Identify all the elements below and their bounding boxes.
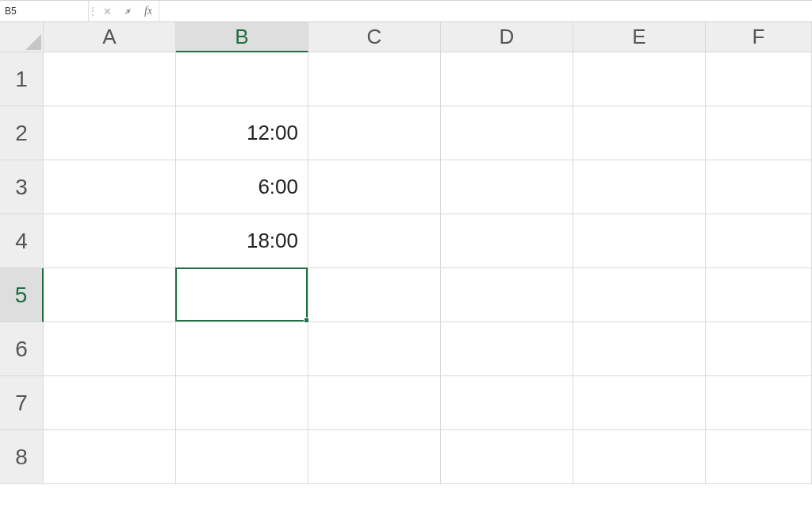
row-header-8[interactable]: 8 (0, 430, 44, 484)
row-6: 6 (0, 322, 812, 376)
cell-A1[interactable] (44, 52, 176, 106)
cell-A7[interactable] (44, 376, 176, 430)
cell-C8[interactable] (308, 430, 441, 484)
cell-D6[interactable] (441, 322, 573, 376)
cell-B7[interactable] (176, 376, 308, 430)
cell-F4[interactable] (706, 214, 812, 268)
column-header-D[interactable]: D (441, 22, 573, 52)
cell-C6[interactable] (308, 322, 441, 376)
column-header-B[interactable]: B (176, 22, 308, 52)
cell-F7[interactable] (706, 376, 812, 430)
cell-C7[interactable] (308, 376, 441, 430)
cell-A6[interactable] (44, 322, 176, 376)
cell-E5[interactable] (573, 268, 706, 322)
row-7: 7 (0, 376, 812, 430)
cell-F2[interactable] (706, 106, 812, 160)
row-header-1[interactable]: 1 (0, 52, 44, 106)
divider: ⋮ (89, 1, 97, 21)
row-4: 4 18:00 (0, 214, 812, 268)
cell-F3[interactable] (706, 160, 812, 214)
formula-input[interactable] (164, 6, 807, 17)
row-header-7[interactable]: 7 (0, 376, 44, 430)
cell-C4[interactable] (308, 214, 441, 268)
column-header-C[interactable]: C (308, 22, 441, 52)
row-5: 5 (0, 268, 812, 322)
row-header-5[interactable]: 5 (0, 268, 44, 322)
cancel-formula-button[interactable]: ✕ (97, 1, 117, 21)
cell-D7[interactable] (441, 376, 573, 430)
svg-marker-0 (25, 34, 41, 50)
cell-A8[interactable] (44, 430, 176, 484)
column-header-row: A B C D E F (0, 22, 812, 52)
cell-A5[interactable] (44, 268, 176, 322)
row-header-2[interactable]: 2 (0, 106, 44, 160)
cell-D5[interactable] (441, 268, 573, 322)
cell-B4[interactable]: 18:00 (176, 214, 308, 268)
cell-C2[interactable] (308, 106, 441, 160)
row-2: 2 12:00 (0, 106, 812, 160)
cell-B8[interactable] (176, 430, 308, 484)
column-header-F[interactable]: F (706, 22, 812, 52)
cell-B6[interactable] (176, 322, 308, 376)
cell-E2[interactable] (573, 106, 706, 160)
cell-F8[interactable] (706, 430, 812, 484)
column-header-E[interactable]: E (573, 22, 706, 52)
row-header-4[interactable]: 4 (0, 214, 44, 268)
cell-E4[interactable] (573, 214, 706, 268)
enter-formula-button[interactable]: ✓ (117, 1, 138, 21)
fx-icon[interactable]: fx (138, 1, 159, 21)
cell-E3[interactable] (573, 160, 706, 214)
row-header-3[interactable]: 3 (0, 160, 44, 214)
cell-B3[interactable]: 6:00 (176, 160, 308, 214)
cell-F1[interactable] (706, 52, 812, 106)
cell-C3[interactable] (308, 160, 441, 214)
cell-B2[interactable]: 12:00 (176, 106, 308, 160)
row-8: 8 (0, 430, 812, 484)
column-header-A[interactable]: A (44, 22, 176, 52)
cell-D1[interactable] (441, 52, 573, 106)
cell-A3[interactable] (44, 160, 176, 214)
cell-A2[interactable] (44, 106, 176, 160)
cell-C1[interactable] (308, 52, 441, 106)
cell-F5[interactable] (706, 268, 812, 322)
cell-C5[interactable] (308, 268, 441, 322)
cell-F6[interactable] (706, 322, 812, 376)
row-3: 3 6:00 (0, 160, 812, 214)
cell-E7[interactable] (573, 376, 706, 430)
cell-A4[interactable] (44, 214, 176, 268)
cell-D2[interactable] (441, 106, 573, 160)
cell-D4[interactable] (441, 214, 573, 268)
cell-B1[interactable] (176, 52, 308, 106)
cell-E8[interactable] (573, 430, 706, 484)
cell-E6[interactable] (573, 322, 706, 376)
cell-E1[interactable] (573, 52, 706, 106)
select-all-corner[interactable] (0, 22, 44, 52)
row-1: 1 (0, 52, 812, 106)
formula-input-wrap (159, 1, 812, 21)
cell-D8[interactable] (441, 430, 573, 484)
name-box[interactable]: ▼ (0, 1, 89, 21)
cell-B5[interactable] (176, 268, 308, 322)
row-header-6[interactable]: 6 (0, 322, 44, 376)
spreadsheet-grid: A B C D E F 1 2 12:00 3 6:00 4 (0, 22, 812, 484)
cell-D3[interactable] (441, 160, 573, 214)
formula-bar: ▼ ⋮ ✕ ✓ fx (0, 0, 812, 22)
